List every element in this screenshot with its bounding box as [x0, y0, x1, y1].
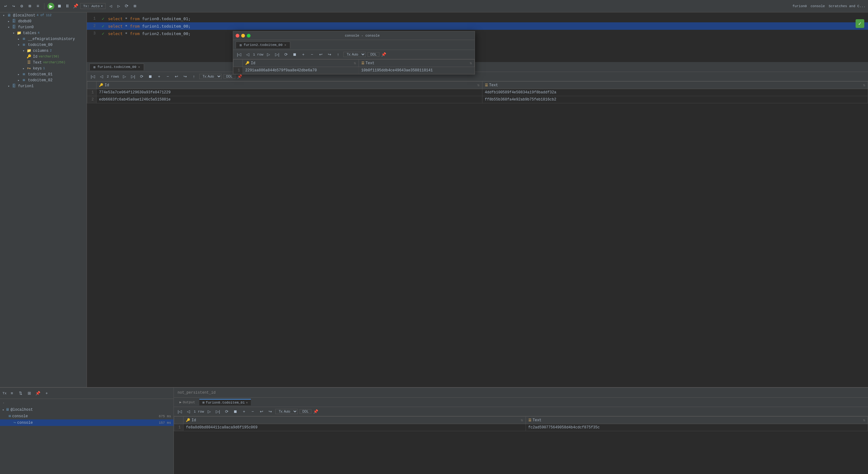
br-submit-btn[interactable]: ↪: [267, 408, 274, 415]
first-page-btn[interactable]: |◁: [89, 73, 96, 80]
add-row-btn[interactable]: +: [156, 73, 163, 80]
sidebar-item-columns[interactable]: ▾ 📁 columns 2: [0, 48, 87, 54]
br-ddl-btn[interactable]: DDL: [300, 409, 311, 414]
nav-fwd-icon[interactable]: ▷: [116, 3, 122, 9]
btm-tab-furion0-todoitem01[interactable]: ⊞ furion0.todoitem_01 ✕: [199, 399, 251, 405]
win-maximize-btn[interactable]: [247, 34, 251, 37]
session-item-console-157[interactable]: ↪ console 157 ms: [0, 419, 174, 426]
result-tab-furion1-todoitem00[interactable]: ⊞ furion1.todoitem_00 ✕: [89, 64, 144, 70]
br-refresh-btn[interactable]: ⟳: [223, 408, 230, 415]
bl-align-icon[interactable]: ≡: [8, 390, 15, 397]
nav-back-icon[interactable]: ◁: [107, 3, 114, 9]
sidebar-item-col-text[interactable]: ☰ Text varchar(256): [0, 60, 87, 65]
fl-ddl-btn[interactable]: DDL: [368, 52, 379, 57]
sidebar-item-tables[interactable]: ▾ 📁 tables 4: [0, 30, 87, 36]
win-minimize-btn[interactable]: [241, 34, 245, 37]
br-remove-row-btn[interactable]: −: [249, 408, 256, 415]
sidebar-item-todoitem00[interactable]: ▾ ⊞ todoitem_00: [0, 42, 87, 48]
floating-result-table-container[interactable]: 🔑 Id ⇅ ☰ Text ⇅: [233, 59, 475, 74]
fl-add-row-btn[interactable]: +: [300, 51, 307, 58]
bl-filter-icon[interactable]: ⇅: [17, 390, 24, 397]
fl-tx-select[interactable]: Tx: Auto: [343, 52, 366, 57]
grid-icon[interactable]: ⊞: [132, 3, 138, 9]
submit-btn[interactable]: ↪: [182, 73, 189, 80]
text-col-sort[interactable]: ⇅: [863, 83, 865, 88]
win-close-btn[interactable]: [236, 34, 239, 37]
fl-revert-btn[interactable]: ↩: [317, 51, 324, 58]
result-table-container-main[interactable]: 🔑 Id ⇅ ☰ Text ⇅: [87, 81, 868, 143]
fl-pin-btn[interactable]: 📌: [381, 52, 386, 57]
fl-text-col-sort[interactable]: ⇅: [470, 61, 472, 65]
br-tx-select[interactable]: Tx: Auto: [275, 409, 298, 414]
br-id-col-sort[interactable]: ⇅: [521, 418, 523, 422]
session-item-localhost[interactable]: ▸ 🖥 @localhost: [0, 406, 174, 413]
br-prev-page-btn[interactable]: ◁: [185, 408, 192, 415]
pin-icon[interactable]: 📌: [72, 3, 79, 9]
redo-icon[interactable]: ↪: [10, 3, 17, 9]
tx-select-main[interactable]: Tx: Auto: [199, 74, 222, 79]
btm-tab-output[interactable]: ▶ Output: [176, 399, 198, 405]
revert-btn[interactable]: ↩: [173, 73, 180, 80]
stop-icon[interactable]: ⏹: [56, 3, 62, 9]
history-icon[interactable]: ⟳: [124, 3, 130, 9]
bl-pin-icon[interactable]: 📌: [34, 390, 41, 397]
run-button[interactable]: ▶: [48, 3, 54, 10]
session-item-console-675[interactable]: ⊞ console 675 ms: [0, 413, 174, 419]
db-icon-furion0: 🗄: [11, 25, 17, 30]
ddl-btn-main[interactable]: DDL: [223, 74, 235, 79]
br-revert-btn[interactable]: ↩: [258, 408, 265, 415]
bl-add-icon[interactable]: +: [43, 390, 50, 397]
settings-icon[interactable]: ⚙: [19, 3, 25, 9]
pause-icon[interactable]: ⏸: [64, 3, 70, 9]
sidebar-item-todoitem02[interactable]: ▸ ⊞ todoitem_02: [0, 77, 87, 83]
fl-first-page-btn[interactable]: |◁: [236, 51, 243, 58]
remove-row-btn[interactable]: −: [164, 73, 172, 80]
fl-last-page-btn[interactable]: ▷|: [274, 51, 281, 58]
last-page-btn[interactable]: ▷|: [130, 73, 136, 80]
br-text-col-sort[interactable]: ⇅: [863, 418, 865, 422]
fl-refresh-btn[interactable]: ⟳: [282, 51, 289, 58]
fl-export-btn[interactable]: ↑: [335, 51, 341, 58]
sidebar-item-col-id[interactable]: 🔑 Id varchar(50): [0, 54, 87, 60]
sidebar-item-todoitem01[interactable]: ▸ ⊞ todoitem_01: [0, 71, 87, 77]
next-page-btn[interactable]: ▷: [121, 73, 128, 80]
sidebar-item-localhost[interactable]: ▾ 🖥 @localhost 4 of 112: [0, 12, 87, 18]
tab-close[interactable]: ✕: [138, 65, 140, 69]
sidebar-item-furion1[interactable]: ▾ 🗄 furion1: [0, 83, 87, 89]
tx-dropdown[interactable]: Tx: Auto ▾: [81, 3, 105, 9]
stop-query-btn[interactable]: ⏹: [147, 73, 154, 80]
sidebar-item-dbdbd0[interactable]: ▸ 🗄 dbdbd0: [0, 18, 87, 24]
br-next-page-btn[interactable]: ▷: [206, 408, 213, 415]
floating-tab-furion2-todoitem00[interactable]: ⊞ furion2.todoitem_00 ✕: [236, 41, 290, 48]
id-col-sort[interactable]: ⇅: [477, 83, 479, 88]
fl-remove-row-btn[interactable]: −: [309, 51, 315, 58]
br-add-row-btn[interactable]: +: [241, 408, 247, 415]
br-first-page-btn[interactable]: |◁: [176, 408, 183, 415]
sidebar-item-efmigrations[interactable]: ▸ ⊞ __efmigrationshistory: [0, 36, 87, 42]
br-pin-btn[interactable]: 📌: [313, 409, 318, 414]
fl-stop-btn[interactable]: ⏹: [291, 51, 298, 58]
output-icon: ▶: [180, 400, 182, 404]
export-btn[interactable]: ↑: [191, 73, 197, 80]
not-persistent-id-label: not_persistent_id: [178, 391, 215, 395]
check-button[interactable]: ✓: [856, 19, 864, 28]
sidebar-item-furion0[interactable]: ▾ 🗄 furion0: [0, 24, 87, 30]
layout-icon[interactable]: ⊞: [27, 3, 33, 9]
fl-submit-btn[interactable]: ↪: [326, 51, 333, 58]
bl-grid-icon[interactable]: ⊞: [26, 390, 33, 397]
fl-prev-page-btn[interactable]: ◁: [244, 51, 251, 58]
sql-editor[interactable]: 1 ✓ select * from furion0.todoitem_01; 2…: [87, 12, 868, 62]
bottom-right-table-container[interactable]: 🔑 Id ⇅ ☰ Text ⇅: [174, 416, 868, 431]
floating-tab-close[interactable]: ✕: [284, 43, 286, 47]
format-icon[interactable]: ≡: [35, 3, 41, 9]
refresh-btn[interactable]: ⟳: [138, 73, 145, 80]
sidebar-item-keys[interactable]: ▸ 🗝 keys 1: [0, 65, 87, 71]
undo-icon[interactable]: ↩: [2, 3, 9, 9]
prev-page-btn[interactable]: ◁: [98, 73, 105, 80]
btm-tab-close[interactable]: ✕: [246, 401, 248, 405]
br-last-page-btn[interactable]: ▷|: [215, 408, 221, 415]
fl-next-page-btn[interactable]: ▷: [265, 51, 272, 58]
br-stop-btn[interactable]: ⏹: [232, 408, 239, 415]
fl-id-col-sort[interactable]: ⇅: [353, 61, 356, 65]
pin-btn-main[interactable]: 📌: [237, 74, 242, 79]
